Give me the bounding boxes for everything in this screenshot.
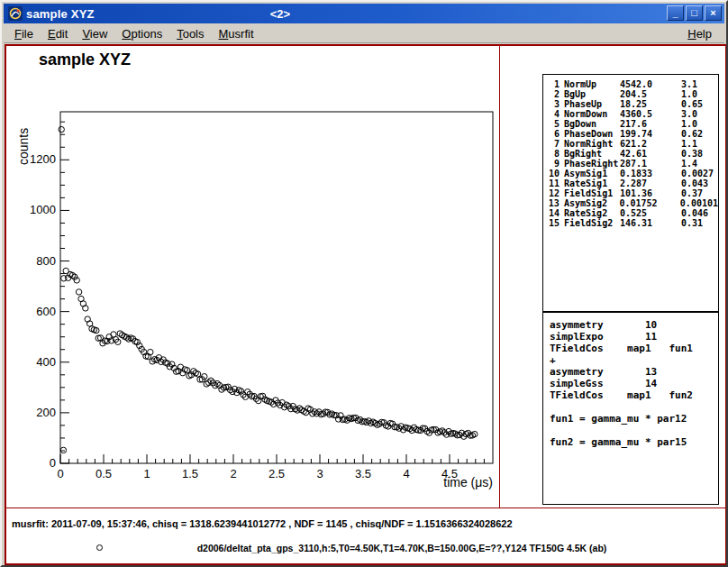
muon-decay-plot[interactable]: 00.511.522.533.544.502004006008001000120…: [6, 46, 500, 508]
parameter-pn: 7: [547, 139, 560, 149]
titlebar[interactable]: sample XYZ <2> _□×: [4, 4, 724, 23]
parameter-pn: 3: [547, 99, 560, 109]
parameter-row: 5BgDown217.61.0: [547, 119, 718, 129]
menu-item-tools[interactable]: Tools: [169, 25, 211, 42]
menu-item-options[interactable]: Options: [114, 25, 169, 42]
theory-line: simpleGss 14: [550, 378, 718, 389]
scatter-points: [59, 126, 478, 453]
close-icon: ×: [710, 8, 715, 18]
parameter-pval: 4360.5: [620, 109, 681, 119]
fit-info-text: musrfit: 2011-07-09, 15:37:46, chisq = 1…: [12, 518, 513, 529]
y-tick-label: 400: [36, 355, 56, 369]
parameter-perr: 1.0: [681, 119, 718, 129]
window-subtitle: <2>: [240, 7, 321, 21]
parameter-pname: FieldSig2: [564, 218, 620, 228]
parameter-pname: BgRight: [564, 149, 620, 159]
parameter-perr: 0.62: [681, 129, 718, 139]
parameter-pname: BgUp: [564, 89, 620, 99]
parameter-row: 3PhaseUp18.250.65: [547, 99, 718, 109]
theory-box[interactable]: asymmetry 10simplExpo 11TFieldCos map1 f…: [542, 312, 719, 505]
y-tick-label: 200: [36, 406, 56, 419]
app-icon: [7, 6, 23, 21]
parameter-pn: 9: [547, 159, 560, 169]
parameter-pname: RateSig1: [564, 178, 620, 188]
data-point: [59, 126, 64, 132]
parameter-pval: 0.01752: [619, 198, 679, 208]
theory-line: simplExpo 11: [550, 331, 718, 343]
parameter-pval: 199.74: [620, 129, 681, 139]
data-point: [195, 371, 200, 377]
theory-line: TFieldCos map1 fun1: [550, 343, 718, 354]
parameter-row: 14RateSig20.5250.046: [547, 208, 718, 218]
application-window: sample XYZ <2> _□× FileEditViewOptionsTo…: [0, 0, 728, 567]
y-axis: 020040060080010001200: [30, 122, 69, 470]
minimize-button[interactable]: _: [667, 5, 684, 21]
parameter-row: 13AsymSig20.017520.00101: [547, 198, 718, 208]
parameter-pn: 13: [547, 198, 560, 208]
parameter-pname: RateSig2: [564, 208, 620, 218]
menu-item-view[interactable]: View: [75, 25, 114, 42]
parameter-pn: 8: [547, 149, 560, 159]
theory-line: [550, 401, 718, 413]
x-tick-label: 0.5: [96, 467, 112, 480]
parameter-pval: 0.525: [620, 208, 681, 218]
y-tick-label: 0: [50, 456, 56, 470]
theory-line: +: [550, 354, 718, 366]
parameter-perr: 1.4: [681, 159, 718, 169]
x-tick-label: 0: [57, 467, 63, 480]
parameter-perr: 0.00101: [680, 198, 718, 208]
x-tick-label: 1.5: [182, 467, 198, 480]
parameter-pval: 42.61: [620, 149, 681, 159]
parameter-pval: 217.6: [620, 119, 681, 129]
parameter-perr: 0.0027: [681, 169, 718, 178]
minimize-icon: _: [672, 8, 678, 18]
menu-item-file[interactable]: File: [7, 25, 41, 42]
menu-item-musrfit[interactable]: Musrfit: [212, 25, 261, 42]
legend: d2006/deltat_pta_gps_3110,h:5,T0=4.50K,T…: [6, 542, 725, 556]
parameter-row: 15FieldSig2146.310.31: [547, 218, 718, 228]
theory-line: TFieldCos map1 fun2: [550, 389, 718, 401]
parameter-pval: 0.1833: [620, 169, 681, 178]
parameter-perr: 0.31: [681, 218, 718, 228]
parameters-box[interactable]: 1NormUp4542.03.12BgUp204.51.03PhaseUp18.…: [542, 74, 719, 312]
parameter-pname: NormRight: [564, 139, 620, 149]
root-canvas[interactable]: sample XYZ 00.511.522.533.544.5020040060…: [5, 44, 727, 565]
menu-item-help[interactable]: Help: [680, 25, 719, 42]
y-tick-label: 1200: [30, 152, 56, 166]
menu-item-edit[interactable]: Edit: [41, 25, 75, 42]
parameter-pname: BgDown: [564, 119, 620, 129]
parameter-perr: 1.0: [681, 89, 718, 99]
parameter-perr: 3.0: [681, 109, 718, 119]
parameter-pn: 2: [547, 89, 560, 99]
y-tick-label: 800: [36, 254, 56, 268]
theory-line: fun1 = gamma_mu * par12: [550, 413, 718, 425]
pad-divider-horizontal: [6, 508, 725, 508]
parameter-perr: 0.046: [681, 208, 718, 218]
parameter-row: 6PhaseDown199.740.62: [547, 129, 718, 139]
parameter-row: 1NormUp4542.03.1: [547, 79, 718, 89]
parameter-perr: 0.38: [681, 149, 718, 159]
parameter-pval: 2.287: [620, 178, 681, 188]
menubar: FileEditViewOptionsToolsMusrfit Help: [4, 24, 724, 43]
parameter-pn: 14: [547, 208, 560, 218]
parameter-pn: 11: [547, 178, 560, 188]
parameter-pn: 1: [547, 79, 560, 89]
parameter-pn: 6: [547, 129, 560, 139]
x-axis: 00.511.522.533.544.5: [57, 454, 484, 480]
parameter-perr: 3.1: [681, 79, 718, 89]
x-axis-title: time (μs): [443, 475, 493, 489]
parameter-pname: PhaseRight: [564, 159, 620, 169]
legend-text: d2006/deltat_pta_gps_3110,h:5,T0=4.50K,T…: [6, 542, 725, 553]
x-tick-label: 2.5: [268, 467, 285, 480]
y-axis-title: counts: [16, 128, 31, 165]
parameter-row: 7NormRight621.21.1: [547, 139, 718, 149]
parameter-pname: PhaseDown: [564, 129, 620, 139]
maximize-button[interactable]: □: [686, 5, 703, 21]
parameter-pname: FieldSig1: [564, 188, 620, 198]
close-button[interactable]: ×: [705, 5, 722, 21]
window-title: sample XYZ: [26, 7, 95, 21]
parameter-row: 12FieldSig1101.360.37: [547, 188, 718, 198]
parameter-pval: 18.25: [620, 99, 681, 109]
parameter-perr: 1.1: [681, 139, 718, 149]
data-point: [76, 289, 81, 295]
